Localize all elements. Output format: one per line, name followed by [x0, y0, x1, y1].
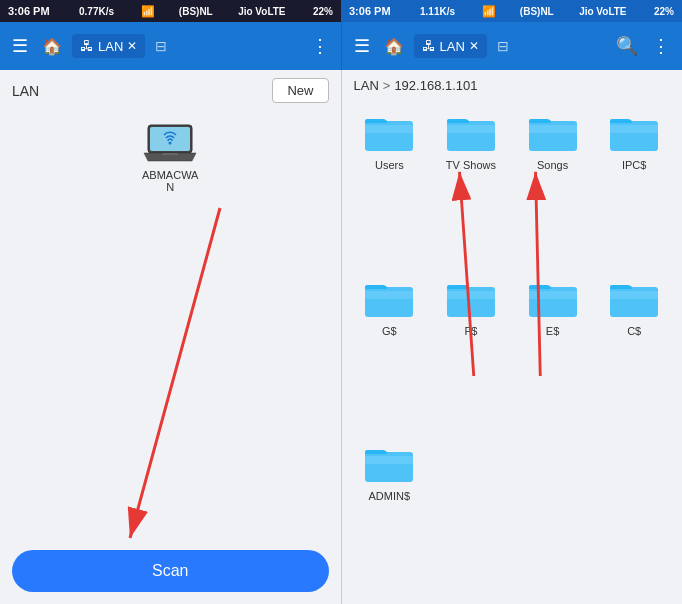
device-item-abmacwan[interactable]: ABMACWAN	[142, 123, 198, 193]
device-list: ABMACWAN	[0, 111, 341, 538]
svg-point-2	[169, 142, 172, 145]
right-more-icon[interactable]: ⋮	[648, 31, 674, 61]
svg-rect-11	[529, 125, 577, 133]
svg-rect-19	[529, 291, 577, 299]
new-button[interactable]: New	[272, 78, 328, 103]
left-carrier2: Jio VoLTE	[238, 6, 285, 17]
right-panel: LAN > 192.168.1.101 UsersTV ShowsSongsIP…	[342, 70, 683, 604]
left-speed: 0.77K/s	[79, 6, 114, 17]
left-status-bar: 3:06 PM 0.77K/s 📶 (BS)NL Jio VoLTE 22%	[0, 0, 341, 22]
folder-icon	[527, 109, 579, 153]
right-carrier: (BS)NL	[520, 6, 554, 17]
folder-icon	[363, 440, 415, 484]
right-status-bar: 3:06 PM 1.11K/s 📶 (BS)NL Jio VoLTE 22%	[341, 0, 682, 22]
left-tab-network-icon: 🖧	[80, 38, 94, 54]
left-battery: 22%	[313, 6, 333, 17]
right-tab-network-icon: 🖧	[422, 38, 436, 54]
right-tab-label: LAN	[440, 39, 465, 54]
right-battery: 22%	[654, 6, 674, 17]
breadcrumb-root: LAN	[354, 78, 379, 93]
left-tab-close[interactable]: ✕	[127, 39, 137, 53]
left-menu-icon[interactable]: ☰	[8, 31, 32, 61]
left-more-icon[interactable]: ⋮	[307, 31, 333, 61]
folder-icon	[445, 109, 497, 153]
main-content: LAN New	[0, 70, 682, 604]
svg-rect-17	[447, 291, 495, 299]
folder-icon	[527, 275, 579, 319]
device-name: ABMACWAN	[142, 169, 198, 193]
left-time: 3:06 PM	[8, 5, 50, 17]
folder-item-edollar[interactable]: E$	[517, 275, 589, 431]
folder-icon	[363, 109, 415, 153]
breadcrumb-path: 192.168.1.101	[394, 78, 477, 93]
scan-area: Scan	[0, 538, 341, 604]
folder-item-fdollar[interactable]: F$	[435, 275, 507, 431]
left-carrier: (BS)NL	[179, 6, 213, 17]
left-tab-label: LAN	[98, 39, 123, 54]
folder-item-ipcdollar[interactable]: IPC$	[598, 109, 670, 265]
right-page-icon[interactable]: ⊟	[493, 34, 513, 58]
left-panel-title: LAN	[12, 83, 39, 99]
folder-name: ADMIN$	[369, 490, 411, 502]
folder-name: IPC$	[622, 159, 646, 171]
folder-grid: UsersTV ShowsSongsIPC$G$F$E$C$ADMIN$	[342, 101, 683, 604]
folder-name: E$	[546, 325, 559, 337]
right-home-icon[interactable]: 🏠	[380, 33, 408, 60]
folder-name: TV Shows	[446, 159, 496, 171]
right-menu-icon[interactable]: ☰	[350, 31, 374, 61]
folder-icon	[445, 275, 497, 319]
folder-item-songs[interactable]: Songs	[517, 109, 589, 265]
left-icons: 📶	[141, 5, 155, 18]
right-icons: 📶	[482, 5, 496, 18]
left-page-icon[interactable]: ⊟	[151, 34, 171, 58]
svg-rect-13	[610, 125, 658, 133]
folder-name: Songs	[537, 159, 568, 171]
folder-item-tv shows[interactable]: TV Shows	[435, 109, 507, 265]
folder-icon	[608, 109, 660, 153]
folder-item-users[interactable]: Users	[354, 109, 426, 265]
svg-rect-23	[365, 456, 413, 464]
left-lan-tab[interactable]: 🖧 LAN ✕	[72, 34, 145, 58]
breadcrumb: LAN > 192.168.1.101	[342, 70, 683, 101]
svg-rect-7	[365, 125, 413, 133]
left-panel: LAN New	[0, 70, 342, 604]
right-tab-close[interactable]: ✕	[469, 39, 479, 53]
status-bars: 3:06 PM 0.77K/s 📶 (BS)NL Jio VoLTE 22% 3…	[0, 0, 682, 22]
folder-name: Users	[375, 159, 404, 171]
right-carrier2: Jio VoLTE	[579, 6, 626, 17]
folder-name: F$	[465, 325, 478, 337]
right-nav-bar: ☰ 🏠 🖧 LAN ✕ ⊟ 🔍 ⋮	[342, 22, 683, 70]
right-speed: 1.11K/s	[420, 6, 455, 17]
folder-name: G$	[382, 325, 397, 337]
right-time: 3:06 PM	[349, 5, 391, 17]
nav-bars: ☰ 🏠 🖧 LAN ✕ ⊟ ⋮ ☰ 🏠 🖧 LAN ✕ ⊟ 🔍 ⋮	[0, 22, 682, 70]
left-home-icon[interactable]: 🏠	[38, 33, 66, 60]
svg-rect-21	[610, 291, 658, 299]
folder-item-gdollar[interactable]: G$	[354, 275, 426, 431]
scan-button[interactable]: Scan	[12, 550, 329, 592]
folder-name: C$	[627, 325, 641, 337]
left-nav-bar: ☰ 🏠 🖧 LAN ✕ ⊟ ⋮	[0, 22, 342, 70]
svg-rect-3	[162, 153, 178, 155]
svg-rect-9	[447, 125, 495, 133]
svg-rect-15	[365, 291, 413, 299]
left-panel-header: LAN New	[0, 70, 341, 111]
right-lan-tab[interactable]: 🖧 LAN ✕	[414, 34, 487, 58]
folder-item-admindollar[interactable]: ADMIN$	[354, 440, 426, 596]
breadcrumb-separator: >	[383, 78, 391, 93]
folder-icon	[363, 275, 415, 319]
laptop-icon	[142, 123, 198, 163]
folder-item-cdollar[interactable]: C$	[598, 275, 670, 431]
right-search-icon[interactable]: 🔍	[612, 31, 642, 61]
folder-icon	[608, 275, 660, 319]
